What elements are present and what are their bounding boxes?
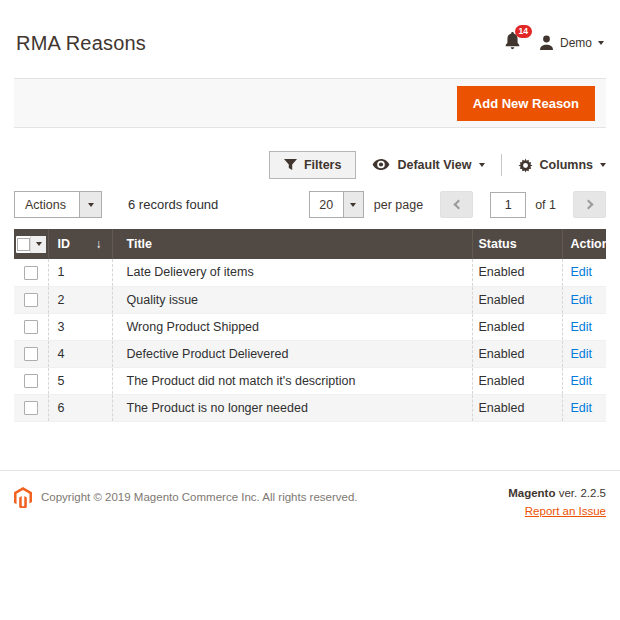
header-cell-status[interactable]: Status — [472, 229, 562, 259]
next-page-button[interactable] — [573, 191, 606, 218]
chevron-down-icon — [36, 242, 42, 246]
table-header: ID ↓ Title Status Action — [14, 229, 606, 259]
row-cell-status: Enabled — [472, 313, 562, 340]
row-checkbox[interactable] — [24, 320, 38, 334]
table-row: 1 Late Delievery of items Enabled Edit — [14, 259, 606, 286]
edit-link[interactable]: Edit — [571, 347, 593, 361]
select-all-caret[interactable] — [30, 236, 46, 253]
columns-label: Columns — [540, 158, 593, 172]
row-cell-status: Enabled — [472, 367, 562, 394]
actions-select-value: Actions — [15, 192, 79, 217]
row-cell-id: 3 — [48, 313, 112, 340]
user-icon — [539, 35, 554, 51]
table-row: 3 Wrong Product Shipped Enabled Edit — [14, 313, 606, 340]
row-cell-id: 1 — [48, 259, 112, 286]
row-checkbox[interactable] — [24, 347, 38, 361]
grid-toolbar: Filters Default View Columns — [14, 150, 606, 180]
chevron-down-icon — [600, 163, 606, 167]
table-row: 4 Defective Product Delievered Enabled E… — [14, 340, 606, 367]
row-cell-title: Defective Product Delievered — [112, 340, 472, 367]
footer-left: Copyright © 2019 Magento Commerce Inc. A… — [14, 487, 358, 508]
report-issue-link[interactable]: Report an Issue — [525, 505, 606, 517]
table-body: 1 Late Delievery of items Enabled Edit 2… — [14, 259, 606, 421]
version-label: Magento ver. 2.2.5 — [508, 487, 606, 499]
eye-icon — [372, 159, 390, 171]
row-checkbox[interactable] — [24, 293, 38, 307]
row-checkbox[interactable] — [24, 266, 38, 280]
page-actions-band: Add New Reason — [14, 78, 606, 128]
total-pages-label: of 1 — [535, 198, 556, 212]
actions-select[interactable]: Actions — [14, 191, 102, 218]
chevron-down-icon — [88, 203, 94, 207]
version-number: ver. 2.2.5 — [559, 487, 606, 499]
gear-icon — [518, 158, 533, 173]
header-cell-title[interactable]: Title — [112, 229, 472, 259]
row-cell-action: Edit — [562, 340, 606, 367]
page-footer: Copyright © 2019 Magento Commerce Inc. A… — [0, 470, 620, 519]
view-switcher-button[interactable]: Default View — [372, 158, 484, 172]
row-cell-id: 6 — [48, 394, 112, 421]
row-cell-action: Edit — [562, 367, 606, 394]
row-cell-action: Edit — [562, 259, 606, 286]
pagination-controls: 20 per page of 1 — [309, 191, 606, 218]
row-checkbox[interactable] — [24, 374, 38, 388]
edit-link[interactable]: Edit — [571, 401, 593, 415]
filter-funnel-icon — [284, 159, 297, 171]
row-cell-status: Enabled — [472, 340, 562, 367]
row-cell-id: 4 — [48, 340, 112, 367]
row-cell-status: Enabled — [472, 394, 562, 421]
filters-button[interactable]: Filters — [269, 151, 357, 179]
user-menu-button[interactable]: Demo — [539, 35, 604, 51]
current-page-input[interactable] — [490, 192, 526, 218]
row-cell-id: 5 — [48, 367, 112, 394]
page-header: RMA Reasons 14 Demo — [0, 0, 620, 56]
rma-reasons-page: RMA Reasons 14 Demo Add New Reason — [0, 0, 620, 620]
actions-select-caret[interactable] — [79, 192, 101, 217]
row-cell-action: Edit — [562, 286, 606, 313]
table-row: 2 Quality issue Enabled Edit — [14, 286, 606, 313]
previous-page-button[interactable] — [440, 191, 473, 218]
chevron-right-icon — [583, 200, 593, 210]
edit-link[interactable]: Edit — [571, 265, 593, 279]
row-cell-title: Wrong Product Shipped — [112, 313, 472, 340]
edit-link[interactable]: Edit — [571, 320, 593, 334]
row-cell-checkbox — [14, 286, 48, 313]
chevron-down-icon — [479, 163, 485, 167]
per-page-select[interactable]: 20 — [309, 191, 364, 218]
rma-reasons-table: ID ↓ Title Status Action 1 — [14, 229, 606, 422]
row-checkbox[interactable] — [24, 401, 38, 415]
select-all-dropdown[interactable] — [16, 236, 46, 253]
page-title: RMA Reasons — [16, 32, 146, 55]
row-cell-id: 2 — [48, 286, 112, 313]
view-switcher-label: Default View — [397, 158, 471, 172]
table-header-row: ID ↓ Title Status Action — [14, 229, 606, 259]
grid-controls-row: Actions 6 records found 20 per page of 1 — [14, 191, 606, 218]
add-new-reason-button[interactable]: Add New Reason — [457, 86, 595, 121]
row-cell-checkbox — [14, 367, 48, 394]
user-name-label: Demo — [560, 36, 592, 50]
footer-right: Magento ver. 2.2.5 Report an Issue — [508, 487, 606, 519]
columns-button[interactable]: Columns — [518, 158, 606, 173]
header-cell-action: Action — [562, 229, 606, 259]
row-cell-checkbox — [14, 394, 48, 421]
sort-desc-icon[interactable]: ↓ — [96, 237, 102, 251]
table-row: 5 The Product did not match it's descrip… — [14, 367, 606, 394]
row-cell-status: Enabled — [472, 259, 562, 286]
header-actions: 14 Demo — [504, 32, 604, 54]
controls-left: Actions 6 records found — [14, 191, 218, 218]
edit-link[interactable]: Edit — [571, 293, 593, 307]
per-page-label: per page — [374, 198, 423, 212]
toolbar-divider — [501, 154, 502, 176]
row-cell-status: Enabled — [472, 286, 562, 313]
row-cell-action: Edit — [562, 394, 606, 421]
edit-link[interactable]: Edit — [571, 374, 593, 388]
per-page-select-caret[interactable] — [343, 192, 363, 217]
select-all-checkbox[interactable] — [17, 238, 30, 251]
brand-label: Magento — [508, 487, 555, 499]
row-cell-title: Quality issue — [112, 286, 472, 313]
header-cell-id[interactable]: ID ↓ — [48, 229, 112, 259]
copyright-text: Copyright © 2019 Magento Commerce Inc. A… — [41, 491, 358, 503]
row-cell-checkbox — [14, 313, 48, 340]
header-cell-select-all — [14, 229, 48, 259]
notifications-button[interactable]: 14 — [504, 32, 521, 54]
